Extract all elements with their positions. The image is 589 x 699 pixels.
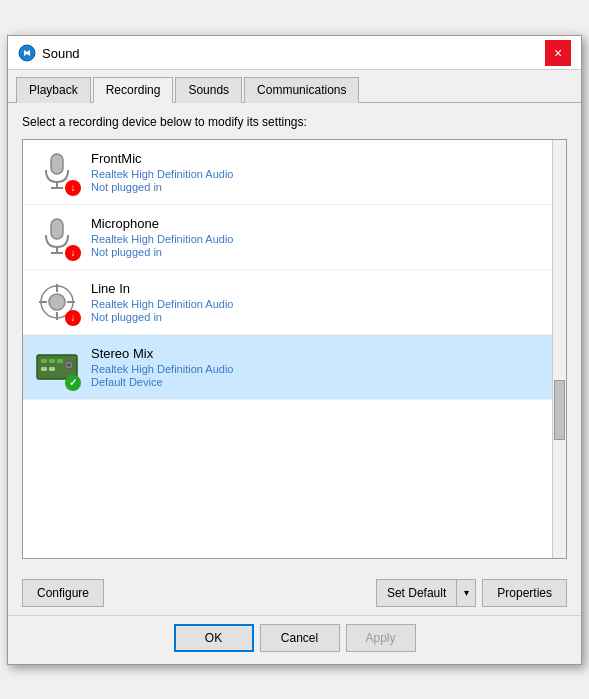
tab-recording[interactable]: Recording [93, 77, 174, 103]
device-status: Default Device [91, 376, 556, 388]
dialog-title: Sound [42, 46, 545, 61]
device-icon-microphone: ↓ [33, 213, 81, 261]
list-item[interactable]: ↓ Microphone Realtek High Definition Aud… [23, 205, 566, 270]
svg-rect-1 [51, 154, 63, 174]
properties-button[interactable]: Properties [482, 579, 567, 607]
device-status: Not plugged in [91, 181, 556, 193]
default-badge: ✓ [65, 375, 81, 391]
title-bar: Sound × [8, 36, 581, 70]
tab-playback[interactable]: Playback [16, 77, 91, 103]
svg-rect-4 [51, 219, 63, 239]
list-item[interactable]: ✓ Stereo Mix Realtek High Definition Aud… [23, 335, 566, 400]
set-default-group: Set Default ▾ [376, 579, 476, 607]
device-driver: Realtek High Definition Audio [91, 233, 556, 245]
scrollbar-track [553, 140, 566, 558]
svg-rect-17 [41, 367, 47, 371]
device-icon-linein: ↓ [33, 278, 81, 326]
svg-rect-16 [57, 359, 63, 363]
device-name: Stereo Mix [91, 346, 556, 361]
ok-button[interactable]: OK [174, 624, 254, 652]
sound-icon [18, 44, 36, 62]
device-driver: Realtek High Definition Audio [91, 298, 556, 310]
device-icon-frontmic: ↓ [33, 148, 81, 196]
tab-sounds[interactable]: Sounds [175, 77, 242, 103]
svg-rect-14 [41, 359, 47, 363]
device-icon-stereomix: ✓ [33, 343, 81, 391]
device-info-stereomix: Stereo Mix Realtek High Definition Audio… [91, 346, 556, 388]
device-info-linein: Line In Realtek High Definition Audio No… [91, 281, 556, 323]
tab-communications[interactable]: Communications [244, 77, 359, 103]
set-default-dropdown[interactable]: ▾ [456, 579, 476, 607]
svg-rect-15 [49, 359, 55, 363]
device-info-frontmic: FrontMic Realtek High Definition Audio N… [91, 151, 556, 193]
device-status: Not plugged in [91, 246, 556, 258]
not-plugged-badge: ↓ [65, 245, 81, 261]
not-plugged-badge: ↓ [65, 180, 81, 196]
sound-dialog: Sound × Playback Recording Sounds Commun… [7, 35, 582, 665]
device-name: FrontMic [91, 151, 556, 166]
device-info-microphone: Microphone Realtek High Definition Audio… [91, 216, 556, 258]
action-buttons-row: Configure Set Default ▾ Properties [8, 571, 581, 615]
apply-button[interactable]: Apply [346, 624, 416, 652]
scrollbar-thumb[interactable] [554, 380, 565, 440]
list-item[interactable]: ↓ Line In Realtek High Definition Audio … [23, 270, 566, 335]
device-status: Not plugged in [91, 311, 556, 323]
description-text: Select a recording device below to modif… [22, 115, 567, 129]
device-name: Line In [91, 281, 556, 296]
device-list[interactable]: ↓ FrontMic Realtek High Definition Audio… [22, 139, 567, 559]
svg-point-8 [49, 294, 65, 310]
svg-point-20 [67, 363, 71, 367]
device-driver: Realtek High Definition Audio [91, 363, 556, 375]
not-plugged-badge: ↓ [65, 310, 81, 326]
device-name: Microphone [91, 216, 556, 231]
device-driver: Realtek High Definition Audio [91, 168, 556, 180]
cancel-button[interactable]: Cancel [260, 624, 340, 652]
tabs-bar: Playback Recording Sounds Communications [8, 70, 581, 103]
dialog-buttons-row: OK Cancel Apply [8, 615, 581, 664]
configure-button[interactable]: Configure [22, 579, 104, 607]
list-item[interactable]: ↓ FrontMic Realtek High Definition Audio… [23, 140, 566, 205]
set-default-button[interactable]: Set Default [376, 579, 456, 607]
content-area: Select a recording device below to modif… [8, 103, 581, 571]
scrollbar[interactable] [552, 140, 566, 558]
close-button[interactable]: × [545, 40, 571, 66]
svg-rect-18 [49, 367, 55, 371]
